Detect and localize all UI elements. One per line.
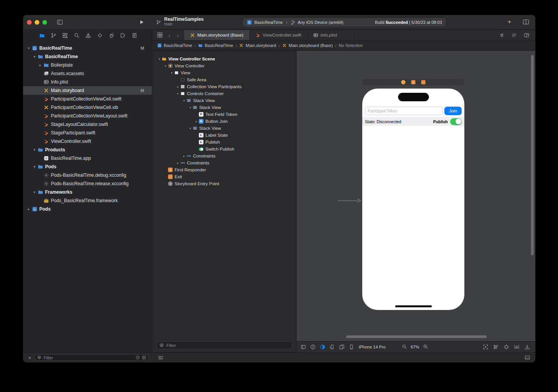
horizontal-scrollbar[interactable] (346, 335, 487, 338)
outline-row[interactable]: LPublish (153, 139, 296, 146)
source-control-navigator-icon[interactable] (51, 33, 56, 38)
first-responder-icon[interactable]: 1 (411, 80, 415, 84)
breadcrumb-item[interactable]: BasicRealTime (164, 43, 192, 48)
publish-switch[interactable] (450, 118, 462, 125)
scheme-name[interactable]: BasicRealTime (254, 20, 283, 25)
file-row[interactable]: ▾BasicRealTime (23, 52, 152, 61)
outline-row[interactable]: Switch Publish (153, 146, 296, 152)
reports-navigator-icon[interactable] (132, 33, 137, 38)
outline-row[interactable]: LLabel State (153, 132, 296, 139)
file-row[interactable]: ParticipantCollectionViewLayout.swift (23, 112, 152, 120)
code-review-icon[interactable] (499, 33, 505, 38)
disclosure-chevron[interactable]: ▸ (26, 207, 31, 211)
back-icon[interactable]: ‹ (168, 32, 171, 38)
editor-options-icon[interactable] (522, 19, 530, 25)
appearance-icon[interactable] (320, 344, 325, 350)
outline-filter-field[interactable]: Filter (156, 341, 292, 349)
file-row[interactable]: ViewController.swift (23, 137, 152, 146)
file-row[interactable]: ▸Pods (23, 205, 152, 213)
close-window-button[interactable] (27, 20, 32, 25)
zoom-out-icon[interactable] (402, 344, 407, 349)
disclosure-chevron[interactable]: ▾ (163, 64, 168, 68)
minimize-window-button[interactable] (35, 20, 39, 25)
outline-row[interactable]: ▾View Controller (153, 62, 296, 69)
adjust-editor-icon[interactable] (511, 33, 517, 38)
run-destination[interactable]: Any iOS Device (arm64) (298, 20, 344, 25)
disclosure-chevron[interactable]: ▸ (176, 85, 180, 89)
file-row[interactable]: StageLayoutCalculator.swift (23, 120, 152, 129)
view-controller-icon[interactable] (401, 80, 405, 84)
disclosure-chevron[interactable]: ▸ (194, 120, 198, 123)
library-add-button[interactable]: + (506, 18, 513, 26)
disclosure-chevron[interactable]: ▸ (176, 161, 180, 165)
toggle-debug-area-icon[interactable] (524, 355, 530, 360)
join-button[interactable]: Join (444, 107, 462, 115)
show-info-icon[interactable] (310, 344, 316, 350)
disclosure-chevron[interactable]: ▸ (38, 63, 43, 67)
file-row[interactable]: ▾Pods (23, 162, 152, 171)
outline-row[interactable]: ▾Stack View (153, 104, 296, 111)
file-row[interactable]: StageParticipant.swift (23, 129, 152, 137)
zoom-level[interactable]: 67% (411, 345, 419, 349)
disclosure-chevron[interactable]: ▾ (157, 57, 161, 61)
add-editor-icon[interactable] (524, 33, 529, 38)
disclosure-chevron[interactable]: ▾ (188, 127, 192, 130)
editor-tab[interactable]: Main.storyboard (Base) (184, 30, 250, 40)
update-frames-icon[interactable] (483, 344, 488, 350)
related-items-icon[interactable] (157, 32, 163, 38)
disclosure-chevron[interactable]: ▾ (170, 71, 174, 75)
file-row[interactable]: ▾Frameworks (23, 188, 152, 196)
run-button[interactable] (139, 20, 144, 25)
zoom-in-icon[interactable] (423, 344, 428, 349)
breakpoints-navigator-icon[interactable] (120, 33, 126, 38)
scene-header-bar[interactable]: 1 ← (362, 79, 464, 85)
issues-navigator-icon[interactable] (86, 33, 91, 38)
toggle-document-outline-icon[interactable] (158, 355, 163, 360)
file-row[interactable]: Pods-BasicRealTime.release.xcconfig (23, 179, 152, 188)
variants-icon[interactable] (339, 344, 345, 350)
disclosure-chevron[interactable]: ▾ (188, 106, 192, 109)
disclosure-chevron[interactable]: ▾ (32, 148, 37, 152)
align-icon[interactable] (493, 344, 499, 350)
outline-row[interactable]: ←Exit (153, 173, 296, 180)
outline-row[interactable]: ▾View (153, 69, 296, 76)
outline-row[interactable]: 1First Responder (153, 166, 296, 173)
file-row[interactable]: ▾BasicRealTimeM (23, 44, 152, 52)
file-row[interactable]: BasicRealTime.app (23, 154, 152, 162)
file-row[interactable]: ParticipantCollectionViewCell.xib (23, 103, 152, 112)
recent-files-icon[interactable] (136, 355, 140, 360)
device-name[interactable]: iPhone 14 Pro (359, 345, 386, 349)
outline-row[interactable]: FText Field Token (153, 111, 296, 118)
project-navigator-icon[interactable] (39, 33, 45, 38)
outline-row[interactable]: ▾View Controller Scene (153, 55, 296, 62)
outline-row[interactable]: →Storyboard Entry Point (153, 180, 296, 187)
outline-row[interactable]: ▾Controls Container (153, 90, 296, 97)
outline-row[interactable]: ▾Stack View (153, 125, 296, 132)
pin-icon[interactable] (504, 344, 509, 350)
vertical-scrollbar[interactable] (531, 55, 534, 255)
file-row[interactable]: Main.storyboardM (23, 86, 152, 95)
disclosure-chevron[interactable]: ▾ (176, 92, 180, 95)
outline-row[interactable]: ▸BButton Join (153, 118, 296, 125)
toggle-navigator-icon[interactable] (57, 19, 63, 25)
file-row[interactable]: Assets.xcassets (23, 69, 152, 78)
disclosure-chevron[interactable]: ▸ (182, 154, 186, 158)
embed-icon[interactable] (524, 344, 530, 350)
disclosure-chevron[interactable]: ▾ (32, 190, 37, 194)
file-row[interactable]: ▾Products (23, 146, 152, 154)
participant-token-input[interactable] (365, 107, 443, 115)
fullscreen-window-button[interactable] (42, 20, 47, 25)
symbols-navigator-icon[interactable] (62, 33, 68, 38)
disclosure-chevron[interactable]: ▾ (182, 99, 186, 102)
disclosure-chevron[interactable]: ▾ (26, 46, 31, 50)
outline-row[interactable]: ▾Stack View (153, 97, 296, 104)
editor-tab[interactable]: Info.plist (308, 30, 354, 40)
filter-scm-icon[interactable] (142, 355, 146, 360)
debug-navigator-icon[interactable] (109, 33, 114, 38)
navigator-filter-field[interactable]: Filter (35, 354, 149, 361)
file-row[interactable]: Pods-BasicRealTime.debug.xcconfig (23, 171, 152, 179)
outline-row[interactable]: ▸Constraints (153, 152, 296, 159)
disclosure-chevron[interactable]: ▾ (32, 165, 37, 169)
file-row[interactable]: Pods_BasicRealTime.framework (23, 196, 152, 205)
breadcrumb-item[interactable]: Main.storyboard (245, 43, 276, 48)
